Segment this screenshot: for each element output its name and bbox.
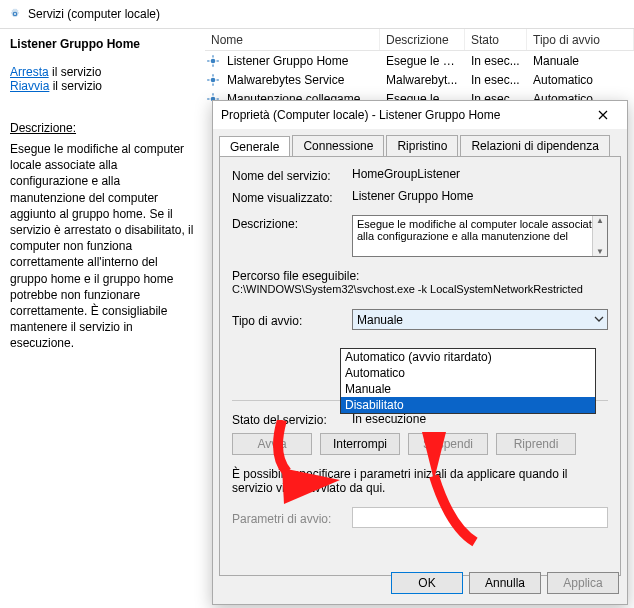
label-nome-servizio: Nome del servizio: <box>232 167 352 183</box>
startup-option[interactable]: Disabilitato <box>341 397 595 413</box>
avvia-button: Avvia <box>232 433 312 455</box>
cell-desc: Malwarebyt... <box>380 73 465 87</box>
close-button[interactable] <box>587 105 619 125</box>
tab-connessione[interactable]: Connessione <box>292 135 384 156</box>
label-nome-visualizzato: Nome visualizzato: <box>232 189 352 205</box>
stop-service-link[interactable]: Arresta <box>10 65 49 79</box>
description-label: Descrizione: <box>10 121 195 135</box>
label-stato-servizio: Stato del servizio: <box>232 411 352 427</box>
col-tipo[interactable]: Tipo di avvio <box>527 29 634 50</box>
properties-dialog: Proprietà (Computer locale) - Listener G… <box>212 100 628 605</box>
tabstrip: Generale Connessione Ripristino Relazion… <box>213 129 627 156</box>
col-desc[interactable]: Descrizione <box>380 29 465 50</box>
description-readonly-box: Esegue le modifiche al computer locale a… <box>352 215 608 257</box>
description-text: Esegue le modifiche al computer locale a… <box>10 141 195 351</box>
note-text: È possibile specificare i parametri iniz… <box>232 467 608 495</box>
ok-button[interactable]: OK <box>391 572 463 594</box>
startup-type-combobox[interactable]: Manuale <box>352 309 608 330</box>
startup-option[interactable]: Automatico <box>341 365 595 381</box>
tab-ripristino[interactable]: Ripristino <box>386 135 458 156</box>
startup-option[interactable]: Manuale <box>341 381 595 397</box>
label-descrizione: Descrizione: <box>232 215 352 231</box>
gear-icon <box>205 73 221 87</box>
restart-service-line: Riavvia il servizio <box>10 79 195 93</box>
annulla-button[interactable]: Annulla <box>469 572 541 594</box>
services-window-titlebar: Servizi (computer locale) <box>0 0 634 28</box>
value-stato-servizio: In esecuzione <box>352 412 608 426</box>
value-nome-visualizzato: Listener Gruppo Home <box>352 189 608 203</box>
label-percorso: Percorso file eseguibile: <box>232 269 608 283</box>
dialog-buttons: OK Annulla Applica <box>391 572 619 594</box>
svg-point-1 <box>211 58 216 63</box>
svg-point-6 <box>211 77 216 82</box>
gear-icon <box>205 54 221 68</box>
riprendi-button: Riprendi <box>496 433 576 455</box>
label-tipo-avvio: Tipo di avvio: <box>232 312 352 328</box>
desc-scrollbar[interactable]: ▲ ▼ <box>592 216 607 256</box>
stop-service-line: Arresta il servizio <box>10 65 195 79</box>
dialog-title: Proprietà (Computer locale) - Listener G… <box>221 108 500 122</box>
list-header: Nome Descrizione Stato Tipo di avvio <box>205 29 634 51</box>
window-title: Servizi (computer locale) <box>28 7 160 21</box>
value-percorso: C:\WINDOWS\System32\svchost.exe -k Local… <box>232 283 608 295</box>
cell-tipo: Automatico <box>527 73 634 87</box>
cell-nome: Malwarebytes Service <box>221 73 380 87</box>
parametri-input[interactable] <box>352 507 608 528</box>
cell-desc: Esegue le m... <box>380 54 465 68</box>
scroll-up-icon[interactable]: ▲ <box>596 216 604 225</box>
chevron-down-icon <box>594 313 604 327</box>
service-control-buttons: Avvia Interrompi Sospendi Riprendi <box>232 433 608 455</box>
value-nome-servizio: HomeGroupListener <box>352 167 608 181</box>
cell-stato: In esec... <box>465 54 527 68</box>
scroll-down-icon[interactable]: ▼ <box>596 247 604 256</box>
table-row[interactable]: Listener Gruppo HomeEsegue le m...In ese… <box>205 51 634 70</box>
details-panel: Listener Gruppo Home Arresta il servizio… <box>0 28 205 608</box>
tab-body: Nome del servizio: HomeGroupListener Nom… <box>219 156 621 576</box>
col-stato[interactable]: Stato <box>465 29 527 50</box>
applica-button: Applica <box>547 572 619 594</box>
tab-generale[interactable]: Generale <box>219 136 290 157</box>
startup-option[interactable]: Automatico (avvio ritardato) <box>341 349 595 365</box>
sospendi-button: Sospendi <box>408 433 488 455</box>
cell-stato: In esec... <box>465 73 527 87</box>
restart-service-link[interactable]: Riavvia <box>10 79 49 93</box>
dialog-titlebar[interactable]: Proprietà (Computer locale) - Listener G… <box>213 101 627 129</box>
label-parametri: Parametri di avvio: <box>232 510 352 526</box>
interrompi-button[interactable]: Interrompi <box>320 433 400 455</box>
gear-icon <box>8 7 22 21</box>
startup-type-dropdown[interactable]: Automatico (avvio ritardato)AutomaticoMa… <box>340 348 596 414</box>
selected-service-title: Listener Gruppo Home <box>10 37 195 51</box>
col-nome[interactable]: Nome <box>205 29 380 50</box>
tab-dipendenza[interactable]: Relazioni di dipendenza <box>460 135 609 156</box>
cell-tipo: Manuale <box>527 54 634 68</box>
table-row[interactable]: Malwarebytes ServiceMalwarebyt...In esec… <box>205 70 634 89</box>
startup-type-value: Manuale <box>357 313 403 327</box>
cell-nome: Listener Gruppo Home <box>221 54 380 68</box>
